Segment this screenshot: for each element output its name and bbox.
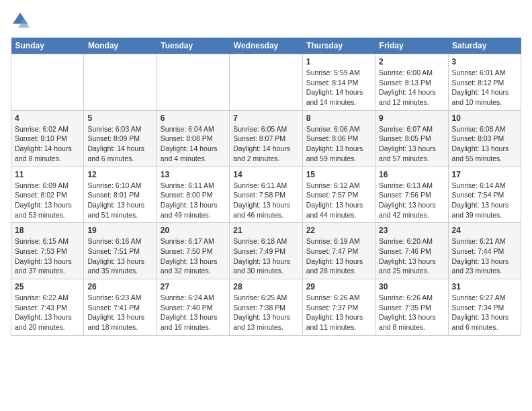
day-number: 24 (452, 226, 517, 235)
day-number: 16 (379, 170, 444, 179)
calendar-table: SundayMondayTuesdayWednesdayThursdayFrid… (11, 38, 521, 336)
day-info: Sunrise: 6:01 AMSunset: 8:12 PMDaylight:… (452, 68, 517, 107)
weekday-header-monday: Monday (84, 38, 157, 54)
calendar-cell: 25Sunrise: 6:22 AMSunset: 7:43 PMDayligh… (11, 279, 84, 336)
calendar-cell (230, 54, 302, 111)
day-info: Sunrise: 6:12 AMSunset: 7:57 PMDaylight:… (306, 181, 371, 220)
day-number: 11 (15, 170, 80, 179)
day-info: Sunrise: 6:22 AMSunset: 7:43 PMDaylight:… (15, 293, 80, 332)
day-info: Sunrise: 6:15 AMSunset: 7:53 PMDaylight:… (15, 236, 80, 276)
calendar-cell: 4Sunrise: 6:02 AMSunset: 8:10 PMDaylight… (11, 110, 84, 167)
calendar-cell: 30Sunrise: 6:26 AMSunset: 7:35 PMDayligh… (375, 279, 448, 336)
day-info: Sunrise: 6:07 AMSunset: 8:05 PMDaylight:… (379, 124, 444, 164)
weekday-header-saturday: Saturday (448, 38, 521, 54)
calendar-cell: 6Sunrise: 6:04 AMSunset: 8:08 PMDaylight… (157, 110, 229, 167)
day-number: 26 (87, 282, 152, 291)
day-number: 8 (306, 113, 371, 123)
day-info: Sunrise: 6:10 AMSunset: 8:01 PMDaylight:… (87, 181, 152, 220)
calendar-cell (11, 54, 84, 111)
weekday-header-friday: Friday (375, 38, 448, 54)
calendar-cell: 9Sunrise: 6:07 AMSunset: 8:05 PMDaylight… (375, 110, 448, 167)
day-info: Sunrise: 6:21 AMSunset: 7:44 PMDaylight:… (452, 236, 517, 276)
day-number: 7 (233, 113, 298, 123)
day-info: Sunrise: 6:26 AMSunset: 7:37 PMDaylight:… (306, 293, 371, 332)
day-number: 12 (87, 170, 152, 179)
day-number: 17 (452, 170, 517, 179)
week-row-3: 11Sunrise: 6:09 AMSunset: 8:02 PMDayligh… (11, 167, 521, 223)
calendar-cell: 28Sunrise: 6:25 AMSunset: 7:38 PMDayligh… (230, 279, 302, 336)
day-info: Sunrise: 5:59 AMSunset: 8:14 PMDaylight:… (306, 68, 371, 107)
calendar-cell: 14Sunrise: 6:11 AMSunset: 7:58 PMDayligh… (230, 167, 302, 223)
day-number: 19 (87, 226, 152, 235)
day-info: Sunrise: 6:20 AMSunset: 7:46 PMDaylight:… (379, 236, 444, 276)
day-info: Sunrise: 6:03 AMSunset: 8:09 PMDaylight:… (87, 124, 152, 164)
weekday-header-row: SundayMondayTuesdayWednesdayThursdayFrid… (11, 38, 521, 54)
day-info: Sunrise: 6:08 AMSunset: 8:03 PMDaylight:… (452, 124, 517, 164)
day-info: Sunrise: 6:27 AMSunset: 7:34 PMDaylight:… (452, 293, 517, 332)
day-info: Sunrise: 6:25 AMSunset: 7:38 PMDaylight:… (233, 293, 298, 332)
calendar-cell (84, 54, 157, 111)
calendar-cell: 13Sunrise: 6:11 AMSunset: 8:00 PMDayligh… (157, 167, 229, 223)
day-info: Sunrise: 6:18 AMSunset: 7:49 PMDaylight:… (233, 236, 298, 276)
calendar-cell: 15Sunrise: 6:12 AMSunset: 7:57 PMDayligh… (302, 167, 375, 223)
day-info: Sunrise: 6:05 AMSunset: 8:07 PMDaylight:… (233, 124, 298, 164)
calendar-cell: 29Sunrise: 6:26 AMSunset: 7:37 PMDayligh… (302, 279, 375, 336)
day-number: 4 (15, 113, 80, 123)
day-number: 3 (452, 57, 517, 66)
weekday-header-sunday: Sunday (11, 38, 84, 54)
logo-icon (11, 11, 30, 30)
day-info: Sunrise: 6:11 AMSunset: 8:00 PMDaylight:… (161, 181, 226, 220)
calendar-cell: 31Sunrise: 6:27 AMSunset: 7:34 PMDayligh… (448, 279, 521, 336)
calendar-cell: 26Sunrise: 6:23 AMSunset: 7:41 PMDayligh… (84, 279, 157, 336)
calendar-cell: 5Sunrise: 6:03 AMSunset: 8:09 PMDaylight… (84, 110, 157, 167)
week-row-2: 4Sunrise: 6:02 AMSunset: 8:10 PMDaylight… (11, 110, 521, 167)
day-number: 18 (15, 226, 80, 235)
day-info: Sunrise: 6:11 AMSunset: 7:58 PMDaylight:… (233, 181, 298, 220)
page-header (11, 11, 521, 30)
day-number: 25 (15, 282, 80, 291)
day-number: 9 (379, 113, 444, 123)
day-number: 28 (233, 282, 298, 291)
calendar-cell: 7Sunrise: 6:05 AMSunset: 8:07 PMDaylight… (230, 110, 302, 167)
day-info: Sunrise: 6:02 AMSunset: 8:10 PMDaylight:… (15, 124, 80, 164)
calendar-cell: 23Sunrise: 6:20 AMSunset: 7:46 PMDayligh… (375, 223, 448, 279)
day-number: 15 (306, 170, 371, 179)
week-row-1: 1Sunrise: 5:59 AMSunset: 8:14 PMDaylight… (11, 54, 521, 111)
day-number: 30 (379, 282, 444, 291)
day-info: Sunrise: 6:09 AMSunset: 8:02 PMDaylight:… (15, 181, 80, 220)
weekday-header-wednesday: Wednesday (230, 38, 302, 54)
calendar-cell (157, 54, 229, 111)
week-row-4: 18Sunrise: 6:15 AMSunset: 7:53 PMDayligh… (11, 223, 521, 279)
day-info: Sunrise: 6:24 AMSunset: 7:40 PMDaylight:… (161, 293, 226, 332)
day-info: Sunrise: 6:00 AMSunset: 8:13 PMDaylight:… (379, 68, 444, 107)
day-number: 27 (161, 282, 226, 291)
day-number: 20 (161, 226, 226, 235)
calendar-cell: 20Sunrise: 6:17 AMSunset: 7:50 PMDayligh… (157, 223, 229, 279)
day-info: Sunrise: 6:23 AMSunset: 7:41 PMDaylight:… (87, 293, 152, 332)
day-info: Sunrise: 6:06 AMSunset: 8:06 PMDaylight:… (306, 124, 371, 164)
day-number: 6 (161, 113, 226, 123)
day-number: 22 (306, 226, 371, 235)
calendar-cell: 22Sunrise: 6:19 AMSunset: 7:47 PMDayligh… (302, 223, 375, 279)
logo (11, 11, 32, 30)
day-info: Sunrise: 6:17 AMSunset: 7:50 PMDaylight:… (161, 236, 226, 276)
day-number: 2 (379, 57, 444, 66)
calendar-cell: 10Sunrise: 6:08 AMSunset: 8:03 PMDayligh… (448, 110, 521, 167)
day-number: 31 (452, 282, 517, 291)
day-number: 5 (87, 113, 152, 123)
day-number: 13 (161, 170, 226, 179)
calendar-cell: 11Sunrise: 6:09 AMSunset: 8:02 PMDayligh… (11, 167, 84, 223)
day-info: Sunrise: 6:16 AMSunset: 7:51 PMDaylight:… (87, 236, 152, 276)
calendar-cell: 21Sunrise: 6:18 AMSunset: 7:49 PMDayligh… (230, 223, 302, 279)
calendar-cell: 3Sunrise: 6:01 AMSunset: 8:12 PMDaylight… (448, 54, 521, 111)
week-row-5: 25Sunrise: 6:22 AMSunset: 7:43 PMDayligh… (11, 279, 521, 336)
calendar-cell: 24Sunrise: 6:21 AMSunset: 7:44 PMDayligh… (448, 223, 521, 279)
weekday-header-tuesday: Tuesday (157, 38, 229, 54)
calendar-cell: 18Sunrise: 6:15 AMSunset: 7:53 PMDayligh… (11, 223, 84, 279)
calendar-cell: 8Sunrise: 6:06 AMSunset: 8:06 PMDaylight… (302, 110, 375, 167)
day-number: 29 (306, 282, 371, 291)
calendar-cell: 19Sunrise: 6:16 AMSunset: 7:51 PMDayligh… (84, 223, 157, 279)
day-number: 14 (233, 170, 298, 179)
day-number: 1 (306, 57, 371, 66)
day-number: 21 (233, 226, 298, 235)
